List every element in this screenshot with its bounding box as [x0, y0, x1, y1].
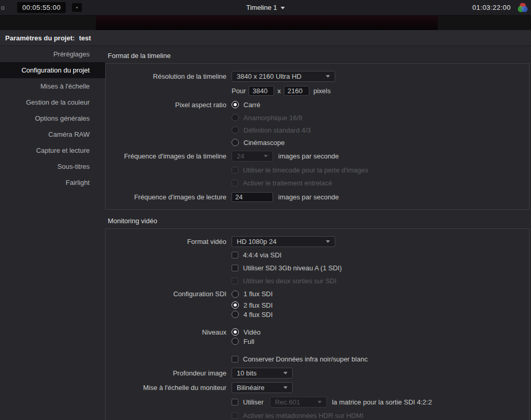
- timeline-selector[interactable]: Timeline 1: [246, 4, 284, 11]
- chevron-down-icon: [281, 7, 285, 9]
- video-format-value: HD 1080p 24: [237, 238, 277, 245]
- sdi-config-label: Configuration SDI: [106, 290, 232, 298]
- checkbox-icon: [232, 399, 238, 405]
- sidebar-item-label: Mises à l'échelle: [40, 82, 90, 90]
- dialog-title: Paramètres du projet:: [5, 34, 75, 42]
- timeline-framerate-label: Fréquence d'images de la timeline: [106, 152, 232, 160]
- option-label: Définition standard 4/3: [243, 126, 311, 134]
- sidebar-item-label: Gestion de la couleur: [26, 98, 90, 106]
- radio-icon: [232, 126, 239, 134]
- timeline-framerate-dropdown: 24: [232, 151, 273, 162]
- timeline-framerate-suffix: images par seconde: [278, 152, 339, 160]
- monitor-scaling-label: Mise à l'échelle du moniteur: [106, 384, 232, 392]
- sdi-dual-checkbox: Utiliser les deux sorties sur SDI: [232, 277, 337, 285]
- sidebar-item-label: Fairlight: [66, 179, 90, 186]
- top-bar-right-group: 01:03:22:00: [472, 2, 528, 13]
- pixel-aspect-label: Pixel aspect ratio: [106, 101, 232, 109]
- drop-frame-checkbox: Utiliser le timecode pour la perte d'ima…: [232, 166, 368, 174]
- sidebar-item-general-options[interactable]: Options générales: [0, 110, 105, 126]
- option-label: 4 flux SDI: [243, 311, 272, 318]
- bit-depth-dropdown[interactable]: 10 bits: [232, 368, 293, 379]
- custom-size-prefix: Pour: [232, 87, 246, 95]
- settings-main: Format de la timeline Résolution de la t…: [105, 46, 529, 420]
- sidebar-item-project-config[interactable]: Configuration du projet: [0, 62, 105, 78]
- pixel-aspect-option-square[interactable]: Carré: [232, 101, 261, 109]
- settings-sidebar: Préréglages Configuration du projet Mise…: [0, 46, 105, 420]
- option-label: 4:4:4 via SDI: [243, 251, 281, 259]
- monitor-scaling-value: Bilinéaire: [237, 384, 264, 392]
- option-label: 2 flux SDI: [243, 301, 272, 309]
- hdr-metadata-checkbox: Activer les métadonnées HDR sur HDMI: [232, 412, 364, 419]
- radio-icon: [232, 139, 239, 146]
- top-bar: o 00:05:55:00 Timeline 1 01:03:22:00: [0, 0, 531, 16]
- pixel-aspect-option-cinemascope[interactable]: Cinémascope: [232, 139, 285, 147]
- sidebar-item-fairlight[interactable]: Fairlight: [0, 175, 105, 191]
- playback-framerate-input[interactable]: [232, 192, 273, 202]
- radio-icon: [232, 311, 239, 318]
- sidebar-item-label: Configuration du projet: [21, 66, 90, 74]
- checkbox-icon: [232, 412, 238, 419]
- matrix-suffix: la matrice pour la sortie SDI 4:2:2: [332, 398, 432, 406]
- section-heading-video-monitoring: Monitoring vidéo: [105, 217, 529, 228]
- sdi-config-option-2[interactable]: 2 flux SDI: [232, 301, 272, 309]
- project-settings-title-bar: Paramètres du projet: test: [0, 30, 531, 46]
- chevron-down-icon: [283, 386, 288, 389]
- option-label: Conserver Données infra noir/super blanc: [243, 355, 368, 363]
- timeline-name: Timeline 1: [246, 4, 277, 11]
- record-timecode: 01:03:22:00: [472, 4, 511, 11]
- color-wheel-icon[interactable]: [517, 2, 528, 13]
- sdi-3gb-checkbox[interactable]: Utiliser SDI 3Gb niveau A (1 SDI): [232, 264, 342, 272]
- pixel-aspect-option-sd43: Définition standard 4/3: [232, 126, 311, 134]
- sidebar-item-color-management[interactable]: Gestion de la couleur: [0, 94, 105, 110]
- option-label: Vidéo: [243, 328, 261, 336]
- sdi-config-option-4[interactable]: 4 flux SDI: [232, 311, 272, 318]
- levels-label: Niveaux: [106, 328, 232, 336]
- monitor-scaling-dropdown[interactable]: Bilinéaire: [232, 382, 293, 393]
- timeline-framerate-value: 24: [237, 152, 244, 160]
- timeline-resolution-dropdown[interactable]: 3840 x 2160 Ultra HD: [232, 71, 335, 82]
- sidebar-item-scaling[interactable]: Mises à l'échelle: [0, 78, 105, 94]
- sidebar-item-label: Caméra RAW: [48, 131, 90, 138]
- pixel-aspect-option-anamorphic: Anamorphique 16/9: [232, 114, 302, 122]
- timecode-options-button[interactable]: [72, 3, 82, 12]
- chevron-down-icon: [283, 372, 288, 374]
- checkbox-icon: [232, 180, 238, 186]
- chevron-down-icon: [326, 240, 330, 243]
- playback-framerate-label: Fréquence d'images de lecture: [106, 193, 232, 201]
- sidebar-item-capture-playback[interactable]: Capture et lecture: [0, 142, 105, 158]
- sidebar-item-presets[interactable]: Préréglages: [0, 46, 105, 62]
- sidebar-item-label: Capture et lecture: [36, 147, 90, 154]
- radio-icon: [232, 114, 239, 121]
- retain-sub-black-checkbox[interactable]: Conserver Données infra noir/super blanc: [232, 355, 368, 363]
- sidebar-item-label: Préréglages: [53, 50, 90, 58]
- option-label: Utiliser les deux sorties sur SDI: [243, 277, 337, 285]
- checkbox-icon: [232, 265, 238, 271]
- custom-width-input[interactable]: [249, 86, 274, 96]
- interlace-checkbox: Activer le traitement entrelacé: [232, 179, 332, 187]
- video-format-dropdown[interactable]: HD 1080p 24: [232, 236, 335, 247]
- sidebar-item-camera-raw[interactable]: Caméra RAW: [0, 126, 105, 142]
- custom-height-input[interactable]: [284, 86, 309, 96]
- bit-depth-value: 10 bits: [237, 369, 256, 377]
- levels-option-video[interactable]: Vidéo: [232, 328, 261, 336]
- left-edge-icon: o: [1, 4, 8, 11]
- custom-size-separator: x: [277, 87, 281, 95]
- timeline-resolution-value: 3840 x 2160 Ultra HD: [237, 73, 302, 80]
- sdi-config-option-1[interactable]: 1 flux SDI: [232, 290, 272, 298]
- matrix-checkbox[interactable]: Utiliser: [232, 398, 264, 406]
- checkbox-icon: [232, 356, 238, 363]
- timeline-format-panel: Résolution de la timeline 3840 x 2160 Ul…: [105, 63, 529, 210]
- option-label: Carré: [243, 101, 261, 109]
- sidebar-item-subtitles[interactable]: Sous-titres: [0, 158, 105, 175]
- chevron-down-icon: [326, 75, 330, 78]
- chevron-down-icon: [264, 155, 268, 157]
- sdi-444-checkbox[interactable]: 4:4:4 via SDI: [232, 251, 281, 259]
- matrix-value: Rec.601: [275, 398, 300, 406]
- chevron-down-icon: [318, 401, 322, 403]
- video-format-label: Format vidéo: [106, 238, 232, 245]
- levels-option-full[interactable]: Full: [232, 338, 254, 345]
- option-label: Anamorphique 16/9: [243, 114, 302, 122]
- viewer-frame-bottom: [96, 16, 438, 30]
- option-label: Utiliser le timecode pour la perte d'ima…: [243, 166, 368, 174]
- option-label: Utiliser SDI 3Gb niveau A (1 SDI): [243, 264, 342, 272]
